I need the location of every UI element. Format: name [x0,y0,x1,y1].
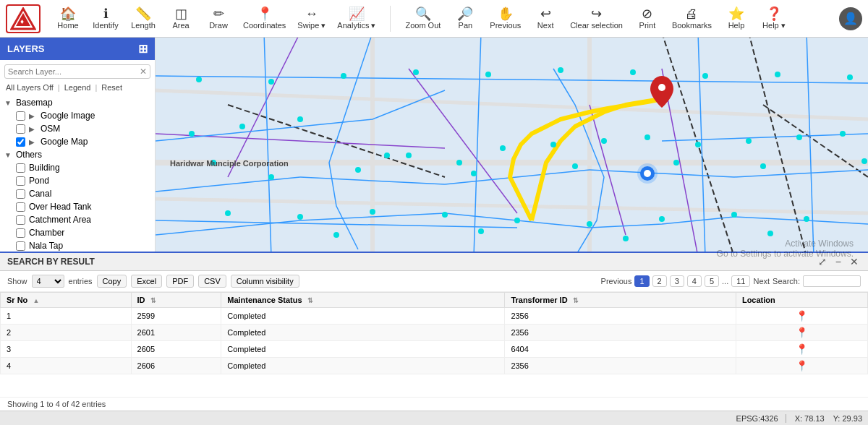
page-5-button[interactable]: 5 [705,275,719,287]
user-avatar[interactable]: 👤 [839,7,862,30]
legend-button[interactable]: Legend [64,83,91,92]
layer-item-building[interactable]: Building [0,161,155,174]
expand-result-button[interactable]: ⤢ [816,256,829,267]
overhead-tank-checkbox[interactable] [16,202,25,212]
x-coord: X: 78.13 [795,414,825,423]
location-icon[interactable]: 📍 [796,360,808,372]
column-visibility-button[interactable]: Column visibility [231,275,299,288]
layer-item-osm[interactable]: ▶ OSM [0,122,155,135]
toolbar-identify[interactable]: ℹ Identify [93,7,119,30]
building-checkbox[interactable] [16,163,25,173]
next-label: Clear selection [570,21,623,30]
svg-point-38 [550,142,556,147]
zoom-out-icon: 🔎 [457,7,473,20]
location-icon[interactable]: 📍 [796,327,808,338]
toolbar-pan[interactable]: ✋ Previous [490,7,521,30]
search-input-result[interactable] [803,275,861,287]
page-11-button[interactable]: 11 [731,275,750,287]
layer-item-basemap[interactable]: ▼ Basemap [0,96,155,109]
toolbar-zoom-out[interactable]: 🔎 Pan [452,7,478,30]
chamber-checkbox[interactable] [16,228,25,238]
sidebar-header: LAYERS ⊞ [0,38,155,60]
clear-search-button[interactable]: ✕ [140,66,147,77]
sidebar-search-box[interactable]: ✕ [4,64,150,79]
layer-item-google-map[interactable]: ▶ Google Map [0,135,155,148]
toolbar-area[interactable]: ◫ Area [168,7,194,30]
reset-button[interactable]: Reset [101,83,122,92]
toolbar-coordinates[interactable]: 📍 Coordinates [243,7,286,30]
toolbar-bookmarks[interactable]: ⭐ Help [723,7,749,30]
layer-item-nala-tap[interactable]: Nala Tap [0,239,155,252]
layer-item-pond[interactable]: Pond [0,174,155,187]
layer-item-catchment-area[interactable]: Catchment Area [0,213,155,226]
svg-point-58 [485,72,491,77]
layer-item-canal[interactable]: Canal [0,187,155,200]
toolbar-analytics[interactable]: 📈 Analytics ▾ [337,7,375,30]
col-id[interactable]: ID ⇅ [131,293,221,308]
col-transformer-id[interactable]: Transformer ID ⇅ [505,293,736,308]
all-layers-off-button[interactable]: All Layers Off [6,83,54,92]
close-result-button[interactable]: ✕ [848,256,861,267]
copy-button[interactable]: Copy [97,275,127,288]
toolbar-help[interactable]: ❓ Help ▾ [761,7,787,30]
analytics-icon: 📈 [349,7,365,20]
toolbar-next[interactable]: ↪ Clear selection [570,7,623,30]
svg-point-44 [840,131,846,137]
map-area[interactable]: Haridwar Munciple Corporation [156,38,868,252]
svg-point-46 [297,214,303,220]
cell-location[interactable]: 📍 [736,325,867,341]
app-logo: ♦ [6,4,41,33]
layer-item-others[interactable]: ▼ Others [0,148,155,161]
analytics-label: Analytics ▾ [337,21,375,30]
overhead-tank-label: Over Head Tank [29,202,150,212]
page-3-button[interactable]: 3 [670,275,684,287]
pdf-button[interactable]: PDF [166,275,194,288]
toolbar-right: 👤 [839,7,862,30]
entries-select[interactable]: 4 10 25 50 100 [32,275,64,288]
search-input[interactable] [8,67,140,76]
cell-transformer-id: 2356 [505,325,736,341]
toolbar-print[interactable]: 🖨 Bookmarks [672,7,712,30]
result-table: Sr No ▲ ID ⇅ Maintenance Status ⇅ Transf… [0,292,868,374]
coordinates-label: Coordinates [243,21,286,30]
col-maintenance-status[interactable]: Maintenance Status ⇅ [221,293,505,308]
result-table-wrap: Sr No ▲ ID ⇅ Maintenance Status ⇅ Transf… [0,292,868,397]
cell-location[interactable]: 📍 [736,341,867,358]
catchment-area-checkbox[interactable] [16,215,25,225]
toolbar-draw[interactable]: ✏ Draw [205,7,231,30]
cell-location[interactable]: 📍 [736,358,867,374]
location-icon[interactable]: 📍 [796,343,808,355]
toolbar-length[interactable]: 📏 Length [130,7,156,30]
canal-checkbox[interactable] [16,189,25,199]
toolbar-home[interactable]: 🏠 Home [55,7,81,30]
page-1-button[interactable]: 1 [634,275,649,287]
pond-checkbox[interactable] [16,176,25,186]
cell-id: 2599 [131,308,221,325]
layer-item-google-image[interactable]: ▶ Google Image [0,109,155,122]
minimize-result-button[interactable]: − [833,256,843,267]
basemap-label: Basemap [16,98,150,108]
layer-item-overhead-tank[interactable]: Over Head Tank [0,200,155,213]
csv-button[interactable]: CSV [198,275,226,288]
toolbar-zoom-in[interactable]: 🔍 Zoom Out [405,7,441,30]
toolbar-previous[interactable]: ↩ Next [532,7,558,30]
draw-label: Draw [209,21,228,30]
result-panel-title: SEARCH BY RESULT [7,257,95,267]
cell-location[interactable]: 📍 [736,308,867,325]
svg-point-57 [413,69,419,75]
google-image-checkbox[interactable] [16,111,25,121]
svg-point-49 [514,218,520,223]
entries-label: entries [69,277,93,286]
google-map-checkbox[interactable] [16,137,25,147]
cell-id: 2601 [131,325,221,341]
toolbar-swipe[interactable]: ↔ Swipe ▾ [297,7,326,30]
col-sr-no[interactable]: Sr No ▲ [1,293,132,308]
osm-checkbox[interactable] [16,124,25,134]
location-icon[interactable]: 📍 [796,310,808,322]
nala-tap-checkbox[interactable] [16,241,25,251]
excel-button[interactable]: Excel [131,275,162,288]
layer-item-chamber[interactable]: Chamber [0,226,155,239]
toolbar-clear-selection[interactable]: ⊘ Print [634,7,660,30]
page-4-button[interactable]: 4 [687,275,702,287]
page-2-button[interactable]: 2 [652,275,667,287]
